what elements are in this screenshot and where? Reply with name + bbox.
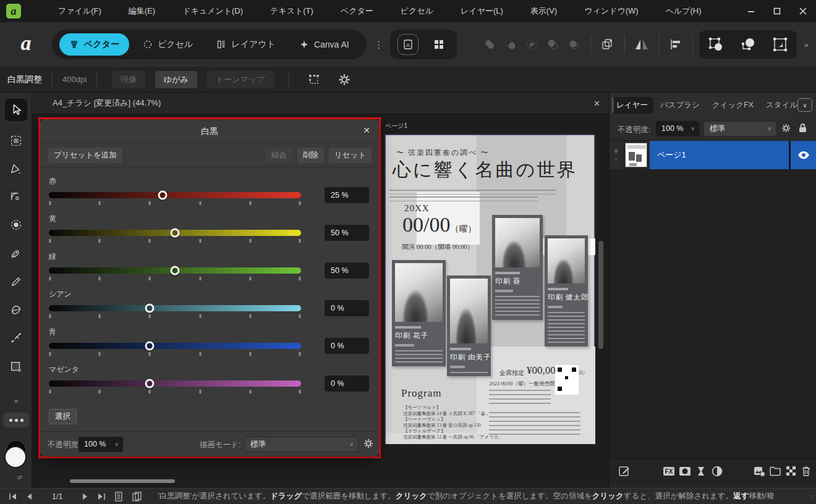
- tab-layers[interactable]: レイヤー: [611, 97, 653, 114]
- delete-button[interactable]: 削除: [297, 148, 324, 163]
- menu-layer[interactable]: レイヤー(L): [447, 0, 517, 22]
- document-page[interactable]: 〜 弦楽四重奏の調べ 〜 心に響く名曲の世界 20XX 00/00（曜） 開演 …: [385, 135, 595, 443]
- panel-drag-handle[interactable]: [611, 97, 614, 113]
- layer-row[interactable]: #› ページ1: [610, 141, 816, 169]
- liquify-button[interactable]: ゆがみ: [155, 71, 197, 88]
- glyph-a-icon[interactable]: A: [397, 34, 419, 55]
- transform-handles-icon[interactable]: [705, 34, 726, 55]
- menu-pixel[interactable]: ピクセル: [387, 0, 447, 22]
- pen-tool[interactable]: [4, 241, 28, 266]
- slider-handle[interactable]: [158, 191, 167, 200]
- single-page-icon[interactable]: [114, 492, 123, 502]
- vertical-scrollbar[interactable]: [598, 241, 603, 349]
- move-tool[interactable]: [4, 98, 28, 122]
- color-well[interactable]: ⇄: [4, 440, 28, 474]
- overflow-chevron-icon[interactable]: »: [804, 40, 809, 49]
- align-icon[interactable]: [665, 34, 686, 55]
- paint-brush-tool[interactable]: [4, 326, 28, 350]
- slider-handle[interactable]: [171, 229, 180, 238]
- persona-vector[interactable]: ベクター: [59, 33, 129, 56]
- rectangle-tool[interactable]: [4, 355, 28, 379]
- layer-expand-chevron-icon[interactable]: ›: [615, 156, 617, 162]
- selection-brush-tool[interactable]: [4, 212, 28, 237]
- reset-button[interactable]: リセット: [329, 148, 372, 163]
- document-tab[interactable]: A4_チラシ [変更済み] (44.7%): [53, 98, 161, 109]
- layer-name[interactable]: ページ1: [650, 141, 789, 169]
- black-white-dialog[interactable]: 白黒 ✕ プリセットを追加 結合 削除 リセット 赤: [40, 119, 379, 456]
- mirror-icon[interactable]: [631, 34, 652, 55]
- blend-options-gear-icon[interactable]: [781, 123, 791, 133]
- next-page-icon[interactable]: [82, 493, 88, 500]
- layers-list[interactable]: #› ページ1: [610, 141, 816, 458]
- slider-value[interactable]: 0 %: [325, 376, 369, 392]
- slider-value[interactable]: 25 %: [325, 187, 369, 203]
- settings-gear-icon[interactable]: [338, 73, 351, 86]
- opacity-dropdown[interactable]: 100 %∨: [79, 437, 123, 452]
- menu-window[interactable]: ウィンドウ(W): [571, 0, 652, 22]
- slider-value[interactable]: 50 %: [325, 262, 369, 279]
- node-editor-icon[interactable]: [737, 34, 759, 55]
- slider-value[interactable]: 50 %: [325, 225, 369, 241]
- menu-edit[interactable]: 編集(E): [115, 0, 169, 22]
- last-page-icon[interactable]: [97, 493, 106, 500]
- tools-overflow-chevron-icon[interactable]: »: [0, 397, 32, 405]
- slider-value[interactable]: 0 %: [325, 300, 369, 316]
- menu-help[interactable]: ヘルプ(H): [652, 0, 715, 22]
- artboard-tool[interactable]: [4, 128, 28, 153]
- facing-pages-icon[interactable]: [132, 492, 142, 502]
- dialog-settings-gear-icon[interactable]: [363, 438, 374, 449]
- resize-grip-icon[interactable]: ⁙: [809, 494, 814, 500]
- add-preset-button[interactable]: プリセットを追加: [48, 148, 122, 163]
- slider-track[interactable]: [49, 343, 301, 349]
- minimize-icon[interactable]: [738, 0, 764, 22]
- menu-file[interactable]: ファイル(F): [45, 0, 115, 22]
- slider-handle[interactable]: [145, 379, 155, 388]
- node-tool[interactable]: [4, 157, 28, 182]
- panel-collapse-icon[interactable]: ∨: [797, 98, 812, 112]
- crop-frame-icon[interactable]: [770, 34, 791, 55]
- slider-handle[interactable]: [145, 304, 155, 313]
- layer-thumbnail[interactable]: [625, 143, 647, 167]
- document-close-icon[interactable]: ✕: [593, 99, 600, 108]
- horizontal-scrollbar[interactable]: [70, 479, 175, 483]
- fx-icon[interactable]: FX: [660, 463, 678, 480]
- dialog-close-icon[interactable]: ✕: [363, 125, 370, 135]
- dialog-header[interactable]: 白黒 ✕: [40, 119, 379, 143]
- adjustment-hourglass-icon[interactable]: [692, 463, 710, 480]
- persona-canva-ai[interactable]: Canva AI: [289, 33, 359, 56]
- persona-overflow-icon[interactable]: ⋮: [374, 39, 384, 51]
- lock-icon[interactable]: [798, 123, 807, 133]
- slider-track[interactable]: [49, 305, 301, 311]
- tab-quick-fx[interactable]: クイックFX: [707, 97, 759, 114]
- blend-mode-dropdown[interactable]: 標準∨: [244, 437, 359, 452]
- duplicate-icon[interactable]: [597, 34, 618, 55]
- persona-pixel[interactable]: ピクセル: [133, 33, 203, 56]
- grid-frame-icon[interactable]: [308, 74, 320, 86]
- menu-document[interactable]: ドキュメント(D): [169, 0, 257, 22]
- vector-brush-tool[interactable]: [4, 297, 28, 322]
- mask-icon[interactable]: [676, 463, 694, 480]
- select-button[interactable]: 選択: [49, 409, 77, 424]
- tab-path-brushes[interactable]: パスブラシ: [655, 97, 705, 114]
- slider-handle[interactable]: [145, 342, 155, 351]
- maximize-icon[interactable]: [764, 0, 790, 22]
- corner-tool[interactable]: [4, 185, 28, 210]
- first-page-icon[interactable]: [9, 493, 17, 500]
- slider-value[interactable]: 0 %: [325, 338, 369, 354]
- delete-trash-icon[interactable]: [797, 463, 815, 480]
- swap-colors-icon[interactable]: ⇄: [4, 474, 36, 481]
- layer-blend-dropdown[interactable]: 標準∨: [703, 121, 776, 136]
- slider-track[interactable]: [49, 380, 301, 387]
- menu-vector[interactable]: ベクター: [327, 0, 387, 22]
- layer-expand-strip[interactable]: #›: [610, 141, 623, 169]
- canvas-viewport[interactable]: ページ1 〜 弦楽四重奏の調べ 〜 心に響く名曲の世界 20XX 00/00（曜…: [32, 114, 609, 488]
- add-image-layer-icon[interactable]: [750, 463, 768, 480]
- adjustment-icon[interactable]: [708, 463, 726, 480]
- layer-visibility-eye-icon[interactable]: [791, 141, 816, 169]
- layer-opacity-dropdown[interactable]: 100 %∨: [656, 121, 699, 136]
- menu-text[interactable]: テキスト(T): [257, 0, 327, 22]
- layer-thumbnail-box[interactable]: [623, 141, 650, 169]
- edit-mask-icon[interactable]: [616, 463, 633, 480]
- close-icon[interactable]: [790, 0, 816, 22]
- tools-more-icon[interactable]: [3, 413, 29, 427]
